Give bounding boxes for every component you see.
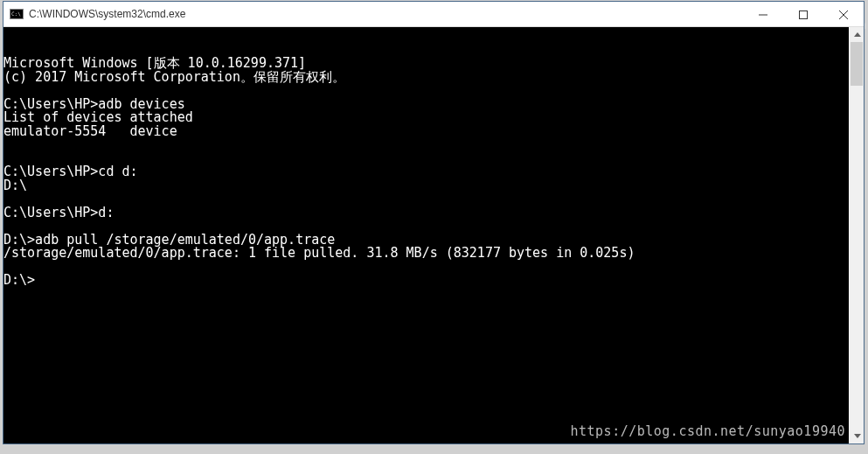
close-button[interactable] xyxy=(823,2,864,27)
terminal-line: /storage/emulated/0/app.trace: 1 file pu… xyxy=(3,247,849,261)
scroll-down-button[interactable] xyxy=(850,429,864,444)
terminal-line: C:\Users\HP>cd d: xyxy=(3,165,849,179)
terminal-line: C:\Users\HP>d: xyxy=(3,206,849,220)
terminal-output[interactable]: Microsoft Windows [版本 10.0.16299.371](c)… xyxy=(3,27,849,444)
cmd-icon xyxy=(10,9,24,19)
watermark-text: https://blog.csdn.net/sunyao19940 xyxy=(570,425,845,438)
terminal-line xyxy=(3,192,849,206)
window-controls xyxy=(743,2,864,26)
terminal-area: Microsoft Windows [版本 10.0.16299.371](c)… xyxy=(3,27,864,444)
terminal-line: D:\> xyxy=(3,274,849,288)
cmd-window: C:\WINDOWS\system32\cmd.exe Microsoft Wi… xyxy=(3,1,865,444)
titlebar[interactable]: C:\WINDOWS\system32\cmd.exe xyxy=(3,2,864,27)
terminal-line: emulator-5554 device xyxy=(3,125,849,139)
terminal-line xyxy=(3,261,849,275)
maximize-button[interactable] xyxy=(783,2,823,27)
minimize-button[interactable] xyxy=(743,2,783,27)
scroll-thumb[interactable] xyxy=(851,42,863,86)
svg-rect-1 xyxy=(800,10,808,18)
scrollbar[interactable] xyxy=(849,27,864,444)
terminal-line: D:\ xyxy=(3,179,849,193)
terminal-line: (c) 2017 Microsoft Corporation。保留所有权利。 xyxy=(3,71,849,85)
terminal-line xyxy=(3,138,849,152)
scroll-up-button[interactable] xyxy=(850,27,864,42)
window-title: C:\WINDOWS\system32\cmd.exe xyxy=(29,2,743,27)
